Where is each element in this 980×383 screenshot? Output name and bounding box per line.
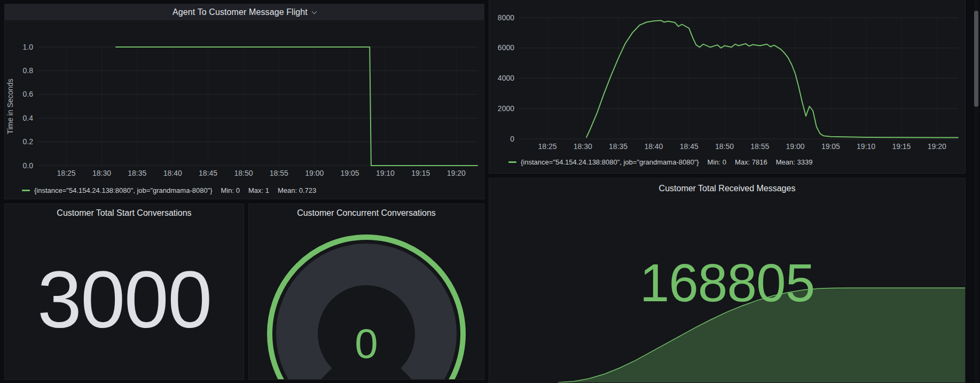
- svg-text:18:25: 18:25: [57, 169, 76, 177]
- svg-text:0.2: 0.2: [23, 137, 34, 146]
- svg-text:19:10: 19:10: [376, 169, 395, 177]
- legend-mean: Mean: 0.723: [278, 186, 316, 194]
- svg-text:19:05: 19:05: [341, 169, 359, 177]
- series-color-swatch[interactable]: [22, 190, 30, 191]
- legend-series-label[interactable]: {instance="54.154.24.138:8080", job="gra…: [521, 158, 699, 166]
- panel-customer-total-received-messages: Customer Total Received Messages 168805: [489, 178, 966, 383]
- graph-legend: {instance="54.154.24.138:8080", job="gra…: [508, 158, 812, 166]
- svg-text:19:20: 19:20: [928, 142, 946, 151]
- panel-agent-to-customer-message-flight: Agent To Customer Message Flight 0.00.20…: [4, 4, 484, 199]
- svg-text:18:30: 18:30: [574, 142, 592, 151]
- legend-series-label[interactable]: {instance="54.154.24.138:8080", job="gra…: [34, 186, 213, 194]
- dashboard: Agent To Customer Message Flight 0.00.20…: [0, 0, 980, 383]
- svg-text:18:40: 18:40: [644, 142, 663, 151]
- svg-text:19:05: 19:05: [821, 142, 840, 151]
- svg-text:18:55: 18:55: [270, 169, 288, 177]
- svg-text:0.8: 0.8: [23, 66, 34, 75]
- svg-text:0.4: 0.4: [23, 114, 34, 122]
- panel-title[interactable]: Agent To Customer Message Flight: [173, 7, 308, 17]
- panel-messages-throughput-graph: 0200040006000800018:2518:3018:3518:4018:…: [489, 0, 966, 174]
- svg-text:18:30: 18:30: [92, 169, 111, 177]
- scrollbar-thumb[interactable]: [974, 11, 978, 107]
- svg-text:19:00: 19:00: [786, 142, 805, 151]
- svg-text:19:10: 19:10: [857, 142, 875, 151]
- svg-text:18:35: 18:35: [128, 169, 146, 177]
- svg-text:6000: 6000: [498, 43, 514, 52]
- stat-value: 168805: [489, 256, 965, 309]
- svg-text:4000: 4000: [498, 74, 514, 82]
- graph-legend: {instance="54.154.24.138:8080", job="gra…: [22, 186, 316, 194]
- panel-header[interactable]: Agent To Customer Message Flight: [5, 4, 484, 20]
- svg-text:0: 0: [510, 135, 514, 143]
- legend-mean: Mean: 3339: [776, 158, 813, 166]
- gauge-value: 0: [249, 323, 484, 364]
- legend-max: Max: 7816: [735, 158, 767, 166]
- panel-title[interactable]: Customer Total Start Conversations: [5, 208, 244, 218]
- svg-text:18:35: 18:35: [609, 142, 628, 151]
- svg-text:18:45: 18:45: [199, 169, 217, 177]
- legend-max: Max: 1: [248, 186, 269, 194]
- svg-text:8000: 8000: [498, 13, 514, 22]
- svg-text:19:20: 19:20: [447, 169, 466, 177]
- svg-text:18:25: 18:25: [538, 142, 556, 151]
- svg-text:1.0: 1.0: [23, 43, 34, 51]
- svg-text:18:45: 18:45: [680, 142, 699, 151]
- legend-min: Min: 0: [221, 186, 240, 194]
- svg-text:18:55: 18:55: [750, 142, 769, 151]
- time-series-graph[interactable]: 0.00.20.40.60.81.018:2518:3018:3518:4018…: [5, 20, 484, 187]
- svg-text:18:40: 18:40: [163, 169, 182, 177]
- legend-min: Min: 0: [708, 158, 726, 166]
- stat-value: 3000: [37, 260, 211, 340]
- svg-text:19:00: 19:00: [305, 169, 324, 177]
- svg-text:2000: 2000: [498, 104, 514, 113]
- svg-text:19:15: 19:15: [892, 142, 911, 151]
- time-series-graph[interactable]: 0200040006000800018:2518:3018:3518:4018:…: [489, 0, 965, 156]
- svg-text:18:50: 18:50: [715, 142, 734, 151]
- stat-value-container: 3000: [5, 220, 244, 379]
- scrollbar-track[interactable]: [974, 0, 978, 383]
- chevron-down-icon: [311, 9, 317, 14]
- series-color-swatch[interactable]: [508, 161, 516, 163]
- svg-text:18:50: 18:50: [234, 169, 253, 177]
- svg-text:0.0: 0.0: [23, 161, 34, 170]
- svg-text:Time in Seconds: Time in Seconds: [6, 79, 14, 134]
- svg-text:0.6: 0.6: [23, 90, 34, 98]
- svg-text:19:15: 19:15: [411, 169, 430, 177]
- panel-customer-total-start-conversations: Customer Total Start Conversations 3000: [4, 204, 244, 380]
- panel-customer-concurrent-conversations: Customer Concurrent Conversations 0: [248, 204, 484, 380]
